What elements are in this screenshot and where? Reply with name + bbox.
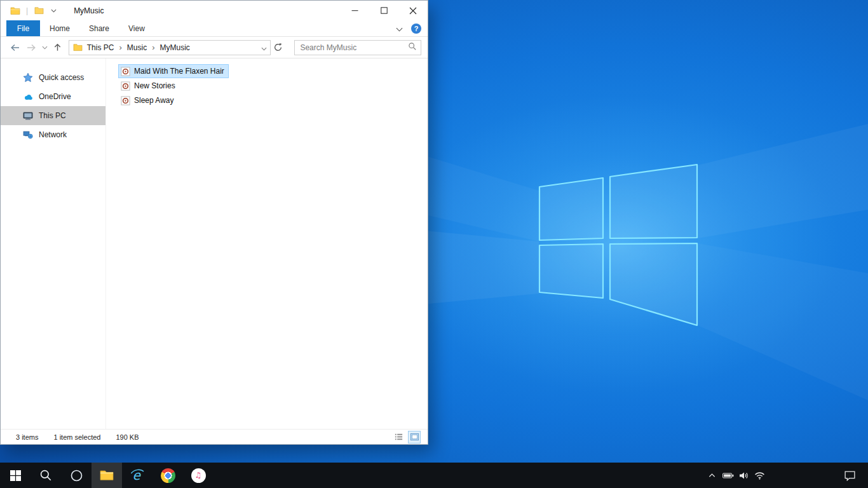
status-selection: 1 item selected bbox=[53, 433, 100, 441]
sidebar-item-label: This PC bbox=[39, 111, 66, 120]
up-button[interactable] bbox=[50, 37, 66, 58]
chrome-icon bbox=[161, 468, 175, 483]
breadcrumb-separator-icon[interactable]: › bbox=[151, 43, 156, 51]
taskbar-itunes-button[interactable]: ♫ bbox=[183, 463, 214, 488]
sidebar-item-onedrive[interactable]: OneDrive bbox=[1, 87, 105, 106]
recent-locations-chevron-icon[interactable] bbox=[39, 37, 50, 58]
address-bar[interactable]: This PC › Music › MyMusic bbox=[69, 40, 271, 55]
explorer-app-icon bbox=[10, 6, 20, 16]
taskbar-search-button[interactable] bbox=[31, 463, 61, 488]
sidebar-item-quick-access[interactable]: Quick access bbox=[1, 68, 105, 87]
status-bar: 3 items 1 item selected 190 KB bbox=[1, 429, 428, 444]
refresh-button[interactable] bbox=[271, 37, 286, 58]
title-bar[interactable]: | MyMusic bbox=[1, 1, 428, 20]
file-list: Maid With The Flaxen Hair New Stories Sl… bbox=[106, 58, 428, 429]
sidebar-item-label: OneDrive bbox=[39, 92, 71, 101]
address-dropdown-icon[interactable] bbox=[261, 42, 267, 53]
details-view-button[interactable] bbox=[393, 431, 404, 443]
action-center-button[interactable] bbox=[836, 463, 863, 488]
sidebar-item-label: Network bbox=[39, 130, 67, 139]
cortana-button[interactable] bbox=[61, 463, 92, 488]
search-box bbox=[294, 40, 421, 55]
breadcrumb-separator-icon[interactable]: › bbox=[118, 43, 123, 51]
itunes-icon: ♫ bbox=[191, 468, 206, 483]
status-items-count: 3 items bbox=[16, 433, 38, 441]
star-icon bbox=[23, 72, 33, 83]
tab-share[interactable]: Share bbox=[79, 20, 119, 36]
music-file-icon bbox=[120, 95, 130, 105]
tab-home[interactable]: Home bbox=[40, 20, 79, 36]
thumbnail-view-button[interactable] bbox=[409, 431, 420, 443]
music-file-icon bbox=[120, 81, 130, 91]
search-input[interactable] bbox=[299, 43, 408, 53]
qat-dropdown-icon[interactable] bbox=[51, 9, 57, 13]
file-name: New Stories bbox=[134, 81, 175, 90]
qat-folder-icon[interactable] bbox=[34, 6, 44, 16]
navigation-pane: Quick access OneDrive This PC bbox=[1, 58, 106, 429]
taskbar-file-explorer-button[interactable] bbox=[92, 463, 122, 488]
maximize-button[interactable] bbox=[369, 1, 398, 20]
start-button[interactable] bbox=[0, 463, 31, 488]
computer-icon bbox=[23, 111, 33, 121]
music-file-icon bbox=[120, 66, 130, 76]
address-folder-icon bbox=[73, 43, 83, 53]
close-button[interactable] bbox=[398, 1, 428, 20]
explorer-window: | MyMusic File Home bbox=[0, 0, 428, 445]
sidebar-item-this-pc[interactable]: This PC bbox=[1, 106, 105, 125]
desktop: | MyMusic File Home bbox=[0, 0, 868, 488]
file-row[interactable]: Sleep Away bbox=[118, 93, 179, 107]
cloud-icon bbox=[23, 92, 33, 102]
navigation-toolbar: This PC › Music › MyMusic bbox=[1, 37, 428, 58]
sidebar-item-label: Quick access bbox=[39, 73, 84, 82]
qat-separator: | bbox=[26, 6, 28, 15]
caption-buttons bbox=[340, 1, 428, 20]
hidden-icons-chevron-icon[interactable] bbox=[704, 463, 720, 488]
battery-icon[interactable] bbox=[720, 463, 736, 488]
sidebar-item-network[interactable]: Network bbox=[1, 125, 105, 144]
search-icon[interactable] bbox=[408, 42, 417, 53]
forward-button[interactable] bbox=[24, 37, 40, 58]
taskbar-internet-explorer-button[interactable]: e bbox=[122, 463, 153, 488]
tab-view[interactable]: View bbox=[119, 20, 154, 36]
window-title: MyMusic bbox=[74, 6, 104, 15]
breadcrumb-mymusic[interactable]: MyMusic bbox=[158, 43, 191, 52]
minimize-button[interactable] bbox=[340, 1, 369, 20]
taskbar: e ♫ bbox=[0, 463, 868, 488]
system-tray bbox=[704, 463, 768, 488]
taskbar-chrome-button[interactable] bbox=[153, 463, 183, 488]
status-size: 190 KB bbox=[116, 433, 139, 441]
file-row[interactable]: Maid With The Flaxen Hair bbox=[118, 64, 229, 78]
file-name: Sleep Away bbox=[134, 96, 174, 105]
volume-icon[interactable] bbox=[736, 463, 752, 488]
ribbon-collapse-icon[interactable] bbox=[396, 23, 403, 34]
wifi-icon[interactable] bbox=[752, 463, 768, 488]
breadcrumb-this-pc[interactable]: This PC bbox=[85, 43, 116, 52]
file-tab[interactable]: File bbox=[6, 20, 40, 36]
network-icon bbox=[23, 130, 33, 140]
ribbon-tab-row: File Home Share View ? bbox=[1, 20, 428, 37]
help-button[interactable]: ? bbox=[411, 24, 421, 34]
breadcrumb-music[interactable]: Music bbox=[125, 43, 149, 52]
file-row[interactable]: New Stories bbox=[118, 79, 180, 93]
file-name: Maid With The Flaxen Hair bbox=[134, 67, 224, 76]
back-button[interactable] bbox=[7, 37, 24, 58]
